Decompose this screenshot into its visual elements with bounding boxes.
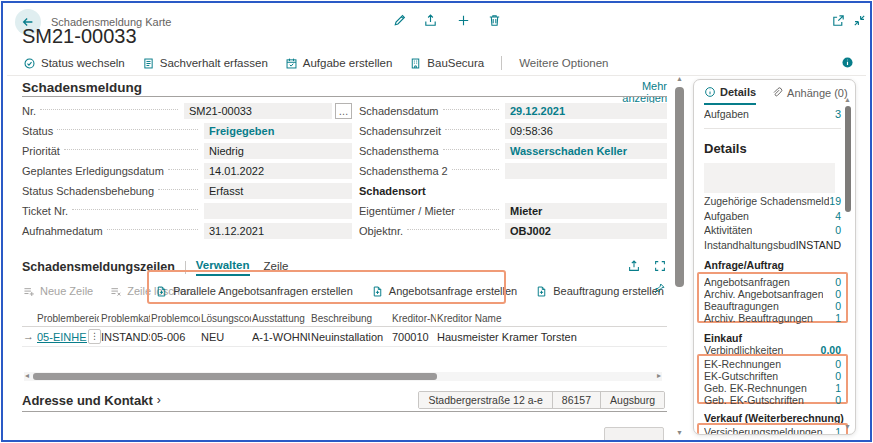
aufnahmedatum-input[interactable]: 31.12.2021	[204, 223, 352, 239]
address-zip-chip[interactable]: 86157	[552, 392, 600, 408]
new-line-button[interactable]: Neue Zeile	[22, 285, 93, 298]
status-check-icon	[23, 57, 36, 70]
scroll-left-icon[interactable]: ◂	[25, 371, 29, 380]
edit-icon[interactable]	[392, 13, 408, 29]
cell-kreditor-name[interactable]: Hausmeister Kramer Torsten	[437, 331, 662, 343]
cell-kreditor-nr[interactable]: 700010	[392, 331, 436, 343]
value-link[interactable]: 1	[835, 426, 841, 435]
schadensuhrzeit-input[interactable]: 09:58:36	[505, 123, 667, 139]
col-beschreibung[interactable]: Beschreibung	[311, 313, 391, 324]
panel-scroll-up-icon[interactable]: ▲	[844, 96, 851, 103]
col-problemcode[interactable]: Problemcode	[151, 313, 200, 324]
address-city-chip[interactable]: Augsburg	[600, 392, 664, 408]
col-problemkategorie[interactable]: Problemkategorie	[101, 313, 150, 324]
horizontal-scrollbar[interactable]: ◂ ▸	[24, 372, 662, 381]
field-objektnr: Objektnr. OBJ002	[359, 221, 667, 241]
nr-input[interactable]: SM21-00033	[184, 103, 332, 119]
prioritaet-input[interactable]: Niedrig	[204, 143, 352, 159]
value-link[interactable]: 0,00	[821, 344, 841, 356]
row-menu-button[interactable]: ⋮	[88, 329, 101, 344]
col-kreditor-nr[interactable]: Kreditor-Nr.	[392, 313, 436, 324]
erledigungsdatum-input[interactable]: 14.01.2022	[204, 163, 352, 179]
value-link[interactable]: 0	[835, 300, 841, 312]
lines-table: Problembereichsc... Problemkategorie Pro…	[22, 311, 667, 347]
stat-value-link[interactable]: 0	[835, 224, 841, 236]
angebotsanfrage-button[interactable]: Angebotsanfrage erstellen	[371, 285, 517, 298]
create-doc-icon	[371, 285, 384, 298]
tab-zeile[interactable]: Zeile	[264, 260, 289, 275]
share-icon[interactable]	[423, 13, 439, 29]
stat-row: Aktivitäten 0	[704, 224, 841, 236]
cell-problembereich[interactable]: 05-EINHEIT	[37, 331, 87, 343]
schadensbehebung-input[interactable]: Erfasst	[204, 183, 352, 199]
value-link[interactable]: 0	[835, 370, 841, 382]
more-options[interactable]: Weitere Optionen	[519, 57, 608, 69]
info-icon[interactable]	[841, 56, 854, 69]
new-line-icon	[22, 285, 35, 298]
stat-value-link[interactable]: 4	[835, 210, 841, 222]
main-scrollbar-thumb[interactable]	[675, 87, 684, 287]
cell-problemkategorie[interactable]: INSTANDSETZUNG	[101, 331, 150, 343]
panel-scrollbar-thumb[interactable]	[845, 106, 851, 212]
main-scrollbar[interactable]: ▲ ▼	[674, 75, 685, 436]
schadensthema-input[interactable]: Wasserschaden Keller	[505, 143, 667, 159]
ticket-nr-input[interactable]	[204, 203, 352, 219]
cell-problemcode[interactable]: 05-006	[151, 331, 200, 343]
pin-icon[interactable]	[653, 282, 666, 295]
open-in-window-icon[interactable]	[831, 13, 847, 29]
building-icon	[409, 57, 422, 70]
eigentuemer-mieter-input[interactable]: Mieter	[505, 203, 667, 219]
field-prioritaet: Priorität Niedrig	[22, 141, 352, 161]
value-link[interactable]: 1	[835, 312, 841, 324]
highlighted-actions: Parallele Angebotsanfragen erstellen Ang…	[155, 276, 500, 306]
group-schadensort: Schadensort	[359, 181, 667, 201]
scroll-right-icon[interactable]: ▸	[657, 371, 661, 380]
tab-verwalten[interactable]: Verwalten	[196, 259, 250, 276]
share-lines-icon[interactable]	[627, 259, 641, 273]
col-kreditor-name[interactable]: Kreditor Name	[437, 313, 662, 324]
tab-details[interactable]: Details	[704, 86, 756, 105]
action-sachverhalt-erfassen[interactable]: Sachverhalt erfassen	[142, 57, 268, 70]
scroll-up-icon[interactable]: ▲	[676, 75, 683, 82]
tab-anhaenge[interactable]: Anhänge (0)	[771, 86, 848, 105]
address-street-chip[interactable]: Stadbergerstraße 12 a-e	[419, 392, 551, 408]
cell-loesungscode[interactable]: NEU	[201, 331, 251, 343]
status-input[interactable]: Freigegeben	[204, 123, 352, 139]
assist-edit-button[interactable]: …	[335, 103, 352, 119]
panel-row: Geb. EK-Gutschriften 0	[704, 394, 841, 406]
aufgaben-count-link[interactable]: 3	[835, 108, 841, 120]
stat-value-link[interactable]: 19	[829, 195, 841, 207]
col-loesungscode[interactable]: Lösungscode	[201, 313, 251, 324]
action-bausecura[interactable]: BauSecura	[409, 57, 484, 70]
col-problembereich[interactable]: Problembereichsc...	[37, 313, 99, 324]
cell-beschreibung[interactable]: Neuinstallation	[311, 331, 391, 343]
new-icon[interactable]	[456, 13, 472, 29]
expand-lines-icon[interactable]	[653, 259, 667, 273]
delete-icon[interactable]	[487, 13, 503, 29]
panel-scroll-down-icon[interactable]: ▼	[844, 423, 851, 430]
value-link[interactable]: 0	[835, 358, 841, 370]
collapse-icon[interactable]	[852, 13, 868, 29]
action-status-wechseln[interactable]: Status wechseln	[23, 57, 125, 70]
schadensthema-2-input[interactable]	[505, 163, 667, 179]
image-placeholder[interactable]	[704, 163, 835, 193]
value-link[interactable]: 0	[835, 288, 841, 300]
table-row[interactable]: → 05-EINHEIT ⋮ INSTANDSETZUNG 05-006 NEU…	[22, 327, 667, 347]
schadensdatum-input[interactable]: 29.12.2021	[505, 103, 667, 119]
cell-ausstattung[interactable]: A-1-WOHNUNGENR...	[252, 331, 310, 343]
scroll-down-icon[interactable]: ▼	[676, 429, 683, 436]
field-status: Status Freigegeben	[22, 121, 352, 141]
horizontal-scrollbar-thumb[interactable]	[33, 373, 437, 380]
section-divider	[22, 96, 667, 97]
action-aufgabe-erstellen[interactable]: Aufgabe erstellen	[285, 57, 393, 70]
value-link[interactable]: 1	[835, 382, 841, 394]
value-link[interactable]: 0	[835, 394, 841, 406]
parallele-angebotsanfragen-button[interactable]: Parallele Angebotsanfragen erstellen	[155, 285, 353, 298]
field-schadensthema-2: Schadensthema 2	[359, 161, 667, 181]
value-link[interactable]: 0	[835, 276, 841, 288]
objektnr-input[interactable]: OBJ002	[505, 223, 667, 239]
beauftragung-button[interactable]: Beauftragung erstellen	[535, 285, 664, 298]
stat-value: INSTAND	[796, 239, 841, 251]
col-ausstattung[interactable]: Ausstattung	[252, 313, 310, 324]
address-section-title[interactable]: Adresse und Kontakt	[22, 393, 153, 408]
